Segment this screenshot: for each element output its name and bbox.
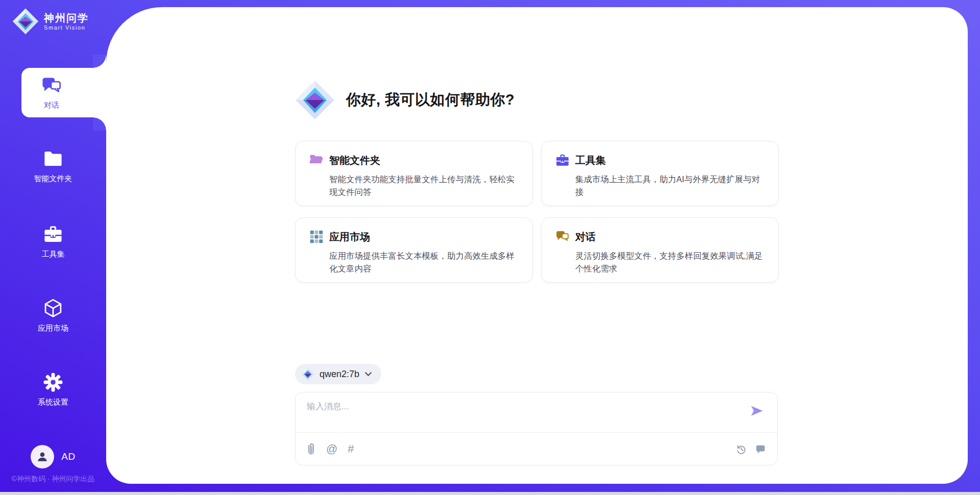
card-toolset[interactable]: 工具集 集成市场上主流工具，助力AI与外界无缝扩展与对接 — [541, 141, 779, 206]
input-divider — [296, 432, 777, 433]
active-tab-fillet-bottom — [93, 117, 106, 131]
hash-icon[interactable]: # — [348, 443, 354, 455]
sidebar-item-label: 对话 — [44, 101, 59, 110]
model-name: qwen2:7b — [320, 369, 359, 380]
user-row: AD — [0, 445, 106, 468]
brand: 神州问学 Smart Vision — [12, 8, 89, 35]
attach-button[interactable] — [306, 443, 316, 455]
folder-icon — [42, 148, 64, 169]
history-icon — [736, 443, 747, 455]
briefcase-icon — [555, 153, 570, 168]
card-title: 应用市场 — [329, 230, 370, 244]
paperclip-icon — [306, 443, 316, 455]
at-sign-icon[interactable]: @ — [326, 443, 337, 455]
card-title: 智能文件夹 — [329, 154, 380, 167]
sidebar-item-toolset[interactable]: 工具集 — [0, 224, 106, 259]
person-icon — [35, 450, 50, 464]
chevron-down-icon — [364, 372, 372, 377]
brand-diamond-gem-icon — [12, 8, 39, 35]
sidebar-item-label: 系统设置 — [38, 398, 68, 407]
sidebar-item-chat[interactable]: 对话 — [21, 68, 106, 117]
card-app-market[interactable]: 应用市场 应用市场提供丰富长文本模板，助力高效生成多样化文章内容 — [295, 217, 533, 283]
brand-subtitle: Smart Vision — [44, 24, 89, 31]
card-description: 应用市场提供丰富长文本模板，助力高效生成多样化文章内容 — [329, 250, 519, 275]
card-description: 智能文件夹功能支持批量文件上传与清洗，轻松实现文件问答 — [329, 173, 519, 199]
card-chat[interactable]: 对话 灵活切换多模型文件，支持多样回复效果调试,满足个性化需求 — [541, 217, 779, 283]
toolbox-icon — [42, 224, 64, 245]
composer: qwen2:7b — [295, 364, 778, 465]
sidebar-item-label: 智能文件夹 — [34, 174, 72, 184]
send-arrow-icon — [750, 404, 764, 418]
cube-icon — [42, 298, 64, 319]
chat-bubbles-icon — [41, 76, 62, 97]
sidebar-item-smart-folder[interactable]: 智能文件夹 — [0, 148, 106, 184]
active-tab-fillet-top — [93, 55, 106, 68]
input-toolbar: @ # — [306, 433, 766, 465]
copyright-text: ©神州数码 · 神州问学出品 — [0, 475, 106, 484]
card-description: 灵活切换多模型文件，支持多样回复效果调试,满足个性化需求 — [575, 250, 765, 275]
card-title: 工具集 — [575, 154, 606, 167]
user-avatar[interactable] — [31, 445, 54, 468]
app-grid-icon — [309, 229, 324, 244]
model-diamond-gem-icon — [301, 367, 314, 381]
feature-cards: 智能文件夹 智能文件夹功能支持批量文件上传与清洗，轻松实现文件问答 工具集 集成… — [295, 141, 779, 283]
main-panel: 你好, 我可以如何帮助你? 智能文件夹 智能文件夹功能支持批量文件上传与清洗，轻… — [106, 7, 968, 484]
chat-history-button[interactable] — [755, 443, 766, 455]
window-bottom-edge — [0, 492, 980, 495]
send-button[interactable] — [750, 404, 764, 418]
message-input-box: @ # — [295, 392, 778, 465]
brand-name: 神州问学 — [44, 12, 89, 23]
greeting-block: 你好, 我可以如何帮助你? — [295, 80, 514, 120]
gear-icon — [42, 372, 64, 393]
chat-bubble-icon — [755, 443, 766, 455]
sidebar-item-settings[interactable]: 系统设置 — [0, 372, 106, 407]
sidebar: 神州问学 Smart Vision 对话 智能文件夹 工具集 — [0, 0, 106, 495]
sidebar-item-label: 工具集 — [42, 250, 65, 259]
sidebar-item-label: 应用市场 — [38, 324, 68, 333]
user-initials: AD — [61, 451, 75, 462]
card-smart-folder[interactable]: 智能文件夹 智能文件夹功能支持批量文件上传与清洗，轻松实现文件问答 — [295, 141, 533, 206]
card-description: 集成市场上主流工具，助力AI与外界无缝扩展与对接 — [575, 173, 765, 199]
chat-bubbles-icon — [555, 229, 570, 244]
folder-open-icon — [309, 153, 324, 168]
model-selector[interactable]: qwen2:7b — [295, 364, 381, 384]
greeting-title: 你好, 我可以如何帮助你? — [346, 90, 514, 110]
sidebar-item-app-market[interactable]: 应用市场 — [0, 298, 106, 333]
greeting-diamond-gem-icon — [295, 80, 335, 120]
card-title: 对话 — [575, 230, 596, 244]
history-button[interactable] — [736, 443, 747, 455]
message-input[interactable] — [306, 400, 737, 430]
